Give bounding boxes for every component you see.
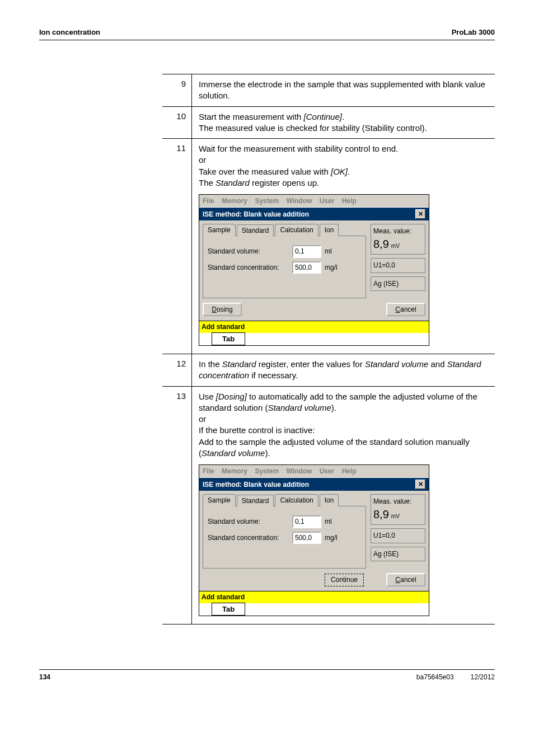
titlebar: ISE method: Blank value addition ✕: [199, 478, 429, 491]
menu-memory[interactable]: Memory: [222, 467, 247, 475]
close-icon[interactable]: ✕: [415, 209, 425, 219]
status-strip: Add standard: [199, 591, 429, 603]
menu-memory[interactable]: Memory: [222, 197, 247, 205]
tab-ion[interactable]: Ion: [320, 224, 339, 236]
unit-mgl: mg/l: [325, 533, 338, 542]
step-number: 11: [162, 139, 192, 354]
dosing-button[interactable]: Dosing: [203, 303, 242, 316]
std-conc-label: Standard concentration:: [208, 533, 289, 542]
tab-standard[interactable]: Standard: [237, 495, 274, 507]
menu-user[interactable]: User: [320, 467, 335, 475]
meas-value-box: Meas. value: 8,9mV: [371, 494, 425, 525]
cancel-button[interactable]: Cancel: [386, 303, 425, 316]
status-strip: Add standard: [199, 321, 429, 332]
tab-ion[interactable]: Ion: [320, 494, 339, 506]
std-conc-label: Standard concentration:: [208, 263, 289, 272]
step-text: Use [Dosing] to automatically add to the…: [192, 387, 495, 624]
header-left: Ion concentration: [39, 28, 100, 36]
std-conc-input[interactable]: 500,0: [292, 261, 321, 274]
std-conc-input[interactable]: 500,0: [292, 532, 321, 544]
std-volume-input[interactable]: 0,1: [292, 515, 321, 528]
step-text: In the Standard register, enter the valu…: [192, 354, 495, 386]
app-screenshot: File Memory System Window User Help ISE …: [199, 464, 429, 616]
close-icon[interactable]: ✕: [415, 480, 425, 489]
menu-file[interactable]: File: [203, 197, 214, 205]
ag-box: Ag (ISE): [371, 547, 425, 561]
step-number: 9: [162, 74, 192, 106]
std-volume-label: Standard volume:: [208, 247, 289, 256]
page-number: 134: [39, 673, 50, 681]
unit-ml: ml: [325, 517, 332, 526]
u1-box: U1=0,0: [371, 258, 425, 273]
menu-help[interactable]: Help: [342, 467, 357, 475]
titlebar: ISE method: Blank value addition ✕: [199, 208, 429, 220]
header-right: ProLab 3000: [452, 28, 495, 36]
menu-user[interactable]: User: [320, 197, 335, 205]
app-screenshot: File Memory System Window User Help ISE …: [199, 194, 429, 346]
ag-box: Ag (ISE): [371, 276, 425, 291]
menubar: File Memory System Window User Help: [199, 195, 429, 208]
meas-value-box: Meas. value: 8,9mV: [371, 224, 425, 255]
footer-doc: ba75645e03: [416, 673, 454, 681]
menu-file[interactable]: File: [203, 467, 214, 475]
std-volume-label: Standard volume:: [208, 517, 289, 526]
unit-ml: ml: [325, 247, 332, 256]
menu-help[interactable]: Help: [342, 197, 357, 205]
unit-mgl: mg/l: [325, 263, 338, 272]
std-volume-input[interactable]: 0,1: [292, 245, 321, 257]
step-number: 10: [162, 107, 192, 139]
continue-button[interactable]: Continue: [325, 574, 364, 586]
cancel-button[interactable]: Cancel: [386, 573, 425, 586]
step-number: 12: [162, 354, 192, 386]
tab-standard[interactable]: Standard: [237, 224, 274, 237]
tab-caption: Tab: [212, 603, 245, 616]
step-number: 13: [162, 387, 192, 624]
u1-box: U1=0,0: [371, 528, 425, 543]
tab-sample[interactable]: Sample: [203, 494, 236, 506]
tab-calculation[interactable]: Calculation: [275, 494, 318, 506]
tab-caption: Tab: [212, 332, 245, 346]
footer-date: 12/2012: [471, 673, 495, 681]
menu-system[interactable]: System: [255, 467, 279, 475]
menubar: File Memory System Window User Help: [199, 465, 429, 478]
menu-window[interactable]: Window: [286, 467, 312, 475]
tab-sample[interactable]: Sample: [203, 224, 236, 236]
tab-calculation[interactable]: Calculation: [275, 224, 318, 236]
step-text: Start the measurement with [Continue]. T…: [192, 107, 495, 139]
step-text: Immerse the electrode in the sample that…: [192, 74, 495, 106]
menu-system[interactable]: System: [255, 197, 279, 205]
menu-window[interactable]: Window: [286, 197, 312, 205]
step-text: Wait for the measurement with stability …: [192, 139, 495, 354]
